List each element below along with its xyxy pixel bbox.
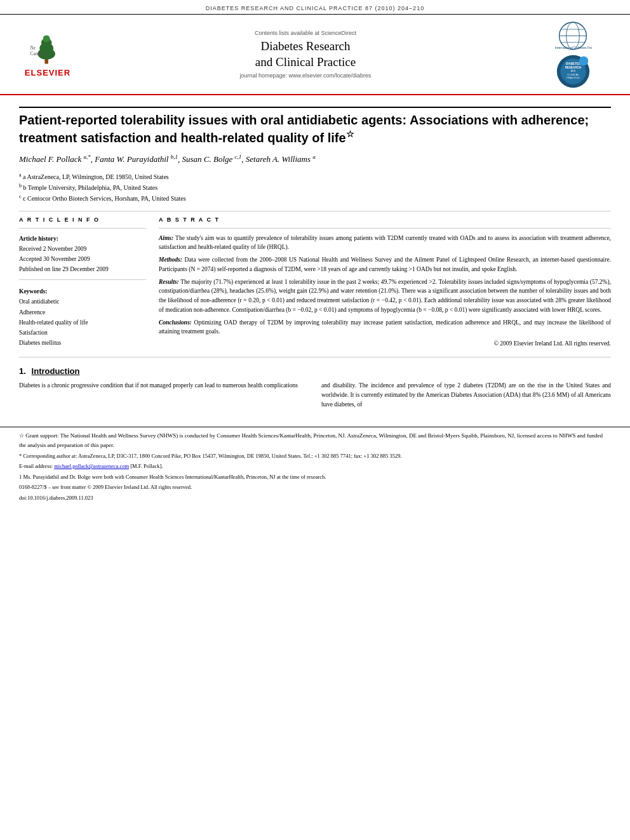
affiliations: a a AstraZeneca, LP, Wilmington, DE 1985…: [19, 171, 611, 204]
info-divider: [19, 228, 146, 229]
authors-line: Michael F. Pollack a,*, Fanta W. Purayid…: [19, 152, 611, 166]
header-logos: Ne Candela ELSEVIER Contents lists avail…: [0, 15, 630, 95]
introduction-right: and disability. The incidence and preval…: [321, 381, 611, 409]
intro-heading: 1. Introduction: [19, 366, 611, 376]
article-history: Article history: Received 2 November 200…: [19, 234, 146, 275]
article-title: Patient-reported tolerability issues wit…: [19, 112, 611, 146]
abstract-results: Results: The majority (71.7%) experience…: [159, 277, 611, 315]
author-purayidathil: Fanta W. Purayidathil b,1: [95, 154, 178, 164]
affiliation-a: a a AstraZeneca, LP, Wilmington, DE 1985…: [19, 171, 611, 182]
elsevier-logo: Ne Candela ELSEVIER: [19, 32, 76, 77]
section-divider: [19, 357, 611, 357]
footnote-corresponding: * Corresponding author at: AstraZeneca, …: [19, 452, 611, 461]
keyword-1: Oral antidiabetic: [19, 297, 146, 307]
svg-text:RESEARCH: RESEARCH: [565, 66, 581, 69]
intro-left-text: Diabetes is a chronic progressive condit…: [19, 381, 309, 390]
page: DIABETES RESEARCH AND CLINICAL PRACTICE …: [0, 0, 630, 840]
footnote-star: ☆ Grant support: The National Health and…: [19, 431, 611, 450]
journal-header: DIABETES RESEARCH AND CLINICAL PRACTICE …: [0, 0, 630, 15]
introduction-left: Diabetes is a chronic progressive condit…: [19, 381, 309, 409]
published-date: Published on line 29 December 2009: [19, 264, 146, 274]
svg-text:CLINICAL: CLINICAL: [567, 73, 579, 76]
introduction-section: 1. Introduction Diabetes is a chronic pr…: [19, 366, 611, 409]
footnote-1: 1 Ms. Purayidathil and Dr. Bolge were bo…: [19, 473, 611, 482]
accepted-date: Accepted 30 November 2009: [19, 254, 146, 264]
footnotes-section: ☆ Grant support: The National Health and…: [0, 427, 630, 502]
right-logos: International Diabetes Federation DIABET…: [535, 20, 611, 89]
email-link[interactable]: michael.pollack@astrazeneca.com: [54, 463, 129, 469]
intro-right-text: and disability. The incidence and preval…: [321, 381, 611, 409]
footnote-email: E-mail address: michael.pollack@astrazen…: [19, 462, 611, 471]
article-info-column: A R T I C L E I N F O Article history: R…: [19, 217, 146, 348]
journal-title-center: Contents lists available at ScienceDirec…: [76, 30, 535, 79]
svg-text:Ne: Ne: [30, 44, 36, 50]
journal-header-text: DIABETES RESEARCH AND CLINICAL PRACTICE …: [206, 5, 424, 11]
svg-text:AND: AND: [570, 70, 575, 72]
affiliation-c: c c Centocor Ortho Biotech Services, Hor…: [19, 193, 611, 204]
svg-text:DIABETES: DIABETES: [565, 62, 580, 65]
abstract-column: A B S T R A C T Aims: The study's aim wa…: [159, 217, 611, 348]
svg-text:Candela: Candela: [30, 50, 46, 56]
journal-main-title: Diabetes Research and Clinical Practice: [89, 39, 522, 70]
elsevier-label: ELSEVIER: [25, 68, 70, 77]
keyword-4: Satisfaction: [19, 328, 146, 338]
svg-point-4: [43, 35, 50, 42]
keywords-divider: [19, 279, 146, 280]
drcp-badge-icon: DIABETES RESEARCH AND CLINICAL PRACTICE: [556, 54, 591, 89]
history-label: Article history:: [19, 234, 146, 244]
article-info-label: A R T I C L E I N F O: [19, 217, 146, 223]
article-content: Patient-reported tolerability issues wit…: [0, 95, 630, 417]
svg-text:PRACTICE: PRACTICE: [566, 76, 580, 79]
keyword-5: Diabetes mellitus: [19, 338, 146, 348]
journal-homepage: journal homepage: www.elsevier.com/locat…: [89, 72, 522, 79]
footnote-doi: doi:10.1016/j.diabres.2009.11.023: [19, 494, 611, 503]
mid-divider: [19, 211, 611, 211]
author-williams: Setareh A. Williams a: [246, 154, 316, 164]
svg-text:International Diabetes Federat: International Diabetes Federation: [555, 46, 592, 50]
received-date: Received 2 November 2009: [19, 244, 146, 254]
top-divider: [19, 107, 611, 108]
sciencedirect-text: Contents lists available at ScienceDirec…: [89, 30, 522, 36]
keyword-3: Health-related quality of life: [19, 317, 146, 328]
keywords-section: Keywords: Oral antidiabetic Adherence He…: [19, 286, 146, 348]
author-bolge: Susan C. Bolge c,1: [182, 154, 241, 164]
introduction-columns: Diabetes is a chronic progressive condit…: [19, 381, 611, 409]
idf-logo-icon: International Diabetes Federation: [554, 20, 592, 51]
info-abstract-columns: A R T I C L E I N F O Article history: R…: [19, 217, 611, 348]
abstract-text: Aims: The study's aim was to quantify pr…: [159, 234, 611, 337]
abstract-aims: Aims: The study's aim was to quantify pr…: [159, 234, 611, 252]
elsevier-tree-icon: Ne Candela: [25, 32, 70, 67]
abstract-conclusions: Conclusions: Optimizing OAD therapy of T…: [159, 318, 611, 337]
keywords-label: Keywords:: [19, 286, 146, 297]
keyword-2: Adherence: [19, 307, 146, 317]
copyright-line: © 2009 Elsevier Ireland Ltd. All rights …: [159, 340, 611, 347]
affiliation-b: b b Temple University, Philadelphia, PA,…: [19, 182, 611, 193]
footnote-issn: 0168-8227/$ – see front matter © 2009 El…: [19, 483, 611, 492]
svg-point-20: [579, 57, 588, 66]
abstract-label: A B S T R A C T: [159, 217, 611, 223]
abstract-divider: [159, 228, 611, 229]
author-pollack: Michael F. Pollack a,*: [19, 154, 91, 164]
abstract-methods: Methods: Data were collected from the 20…: [159, 255, 611, 274]
